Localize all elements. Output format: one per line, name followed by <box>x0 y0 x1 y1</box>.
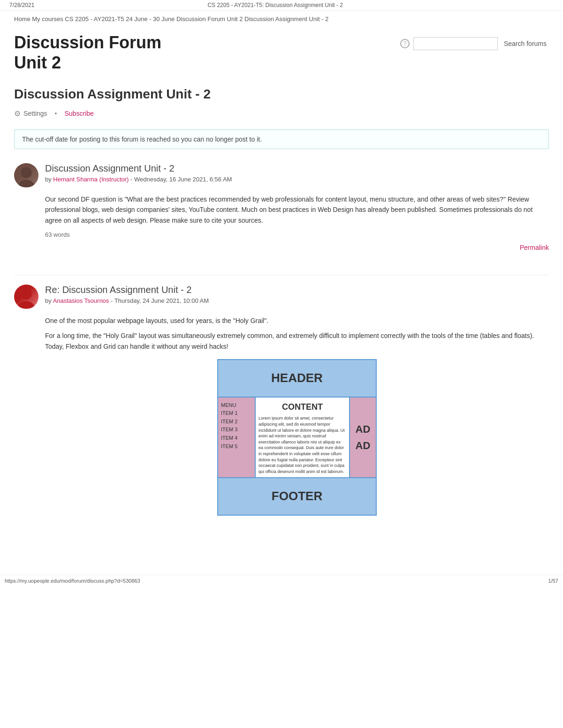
cutoff-notice: The cut-off date for posting to this for… <box>14 129 549 149</box>
subscribe-link[interactable]: Subscribe <box>65 110 94 117</box>
post-byline: by Hemant Sharma (Instructor) - Wednesda… <box>45 176 549 183</box>
svg-point-3 <box>18 301 35 308</box>
hg-menu: MENU ITEM 1 ITEM 2 ITEM 3 ITEM 4 ITEM 5 <box>218 398 256 478</box>
svg-point-0 <box>21 167 31 178</box>
discussion-title: Discussion Assignment Unit - 2 <box>14 87 549 102</box>
post-body: One of the most popular webpage layouts,… <box>45 315 549 516</box>
bottom-url: https://my.uopeople.edu/mod/forum/discus… <box>5 578 140 584</box>
forum-title: Discussion Forum Unit 2 <box>14 32 400 73</box>
post-subject: Discussion Assignment Unit - 2 <box>45 163 549 174</box>
author-link[interactable]: Hemant Sharma (Instructor) <box>53 176 129 183</box>
hg-header: HEADER <box>218 360 376 398</box>
post-meta: Discussion Assignment Unit - 2 by Hemant… <box>45 163 549 183</box>
post-date: Wednesday, 16 June 2021, 6:56 AM <box>134 176 232 183</box>
post-subject: Re: Discussion Assignment Unit - 2 <box>45 285 549 295</box>
breadcrumb: Home My courses CS 2205 - AY2021-T5 24 J… <box>0 11 563 28</box>
post-meta: Re: Discussion Assignment Unit - 2 by An… <box>45 285 549 304</box>
svg-point-1 <box>18 180 35 187</box>
holy-grail-diagram: HEADER MENU ITEM 1 ITEM 2 ITEM 3 ITEM 4 … <box>217 359 377 516</box>
page-number: 1/57 <box>548 578 558 584</box>
divider <box>14 275 549 275</box>
avatar <box>14 285 38 309</box>
hg-footer: FOOTER <box>218 478 376 515</box>
bottom-bar: https://my.uopeople.edu/mod/forum/discus… <box>0 575 563 586</box>
author-link[interactable]: Anastasios Tsournos <box>53 297 109 304</box>
search-button[interactable]: Search forums <box>502 38 549 50</box>
gear-icon: ⚙ <box>14 109 21 118</box>
post-card: Discussion Assignment Unit - 2 by Hemant… <box>14 163 549 261</box>
help-icon[interactable]: ? <box>400 39 410 48</box>
permalink[interactable]: Permalink <box>520 244 549 251</box>
post-date: Thursday, 24 June 2021, 10:00 AM <box>114 297 209 304</box>
hg-ad: ADAD <box>350 398 376 478</box>
post-card: Re: Discussion Assignment Unit - 2 by An… <box>14 285 549 533</box>
hg-content-text: Lorem ipsum dolor sit amet, consectetur … <box>259 415 346 474</box>
search-input[interactable] <box>413 37 498 50</box>
avatar <box>14 163 38 188</box>
svg-point-2 <box>21 289 31 300</box>
settings-link[interactable]: ⚙ Settings <box>14 109 47 118</box>
page-title-top: CS 2205 - AY2021-T5: Discussion Assignme… <box>207 2 343 8</box>
separator: • <box>55 110 57 117</box>
post-byline: by Anastasios Tsournos - Thursday, 24 Ju… <box>45 297 549 304</box>
word-count: 63 words <box>45 230 549 240</box>
hg-content: CONTENT Lorem ipsum dolor sit amet, cons… <box>256 398 350 478</box>
hg-content-label: CONTENT <box>259 400 346 414</box>
post-body: Our second DF question is "What are the … <box>45 194 549 240</box>
hg-middle: MENU ITEM 1 ITEM 2 ITEM 3 ITEM 4 ITEM 5 … <box>218 398 376 479</box>
date-label: 7/28/2021 <box>9 2 34 8</box>
